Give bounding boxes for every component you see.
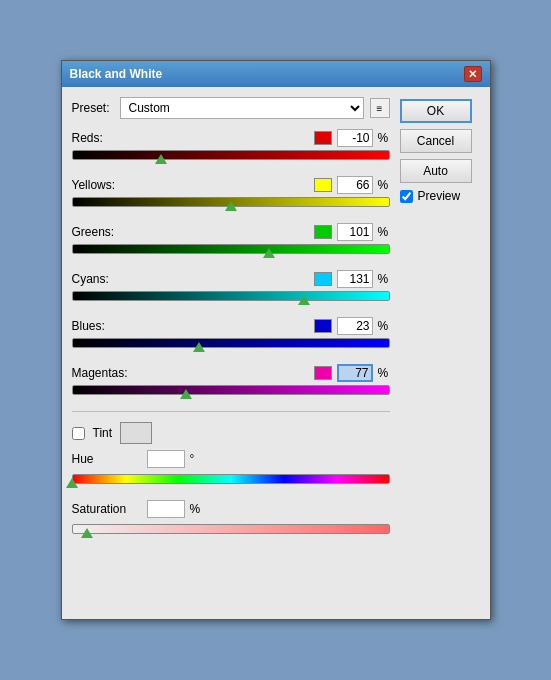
color-swatch-yellows[interactable] [314,178,332,192]
color-swatch-blues[interactable] [314,319,332,333]
slider-cyans[interactable] [72,291,390,309]
channel-value-reds[interactable] [337,129,373,147]
channel-row-magentas: Magentas:% [72,364,390,403]
channel-header-cyans: Cyans:% [72,270,390,288]
thumb-greens[interactable] [263,248,275,258]
color-swatch-greens[interactable] [314,225,332,239]
channel-label-blues: Blues: [72,319,309,333]
channel-value-yellows[interactable] [337,176,373,194]
hue-slider[interactable] [72,474,390,492]
color-swatch-magentas[interactable] [314,366,332,380]
channel-row-reds: Reds:% [72,129,390,168]
hue-row: Hue ° [72,450,390,468]
slider-magentas[interactable] [72,385,390,403]
channel-header-yellows: Yellows:% [72,176,390,194]
preset-row: Preset: Custom ≡ [72,97,390,119]
channel-header-greens: Greens:% [72,223,390,241]
channel-value-cyans[interactable] [337,270,373,288]
thumb-yellows[interactable] [225,201,237,211]
left-panel: Preset: Custom ≡ Reds:%Yellows:%Greens:%… [72,97,390,546]
channel-unit-greens: % [378,225,390,239]
channel-label-greens: Greens: [72,225,309,239]
saturation-slider[interactable] [72,524,390,542]
divider [72,411,390,412]
cancel-button[interactable]: Cancel [400,129,472,153]
dialog-body: Preset: Custom ≡ Reds:%Yellows:%Greens:%… [62,87,490,556]
saturation-unit: % [190,502,204,516]
preset-label: Preset: [72,101,114,115]
close-button[interactable]: ✕ [464,66,482,82]
channel-value-blues[interactable] [337,317,373,335]
hue-thumb[interactable] [66,478,78,488]
title-bar: Black and White ✕ [62,61,490,87]
preview-label: Preview [418,189,461,203]
slider-yellows[interactable] [72,197,390,215]
hue-input[interactable] [147,450,185,468]
saturation-track [72,524,390,534]
track-greens [72,244,390,254]
channel-row-cyans: Cyans:% [72,270,390,309]
dialog-title: Black and White [70,67,163,81]
thumb-blues[interactable] [193,342,205,352]
channel-label-yellows: Yellows: [72,178,309,192]
track-magentas [72,385,390,395]
color-swatch-cyans[interactable] [314,272,332,286]
channel-label-magentas: Magentas: [72,366,309,380]
channel-value-magentas[interactable] [337,364,373,382]
channel-row-blues: Blues:% [72,317,390,356]
channel-label-cyans: Cyans: [72,272,309,286]
ok-button[interactable]: OK [400,99,472,123]
saturation-input[interactable] [147,500,185,518]
tint-color-swatch[interactable] [120,422,152,444]
hue-track [72,474,390,484]
channels-container: Reds:%Yellows:%Greens:%Cyans:%Blues:%Mag… [72,129,390,403]
thumb-reds[interactable] [155,154,167,164]
channel-unit-blues: % [378,319,390,333]
channel-unit-magentas: % [378,366,390,380]
dialog: Black and White ✕ Preset: Custom ≡ Reds:… [61,60,491,620]
slider-greens[interactable] [72,244,390,262]
color-swatch-reds[interactable] [314,131,332,145]
preview-row: Preview [400,189,480,203]
thumb-magentas[interactable] [180,389,192,399]
preset-select[interactable]: Custom [120,97,364,119]
preview-checkbox[interactable] [400,190,413,203]
channel-value-greens[interactable] [337,223,373,241]
channel-unit-yellows: % [378,178,390,192]
track-reds [72,150,390,160]
slider-blues[interactable] [72,338,390,356]
channel-unit-reds: % [378,131,390,145]
channel-header-blues: Blues:% [72,317,390,335]
channel-row-greens: Greens:% [72,223,390,262]
channel-label-reds: Reds: [72,131,309,145]
channel-header-reds: Reds:% [72,129,390,147]
track-cyans [72,291,390,301]
tint-row: Tint [72,422,390,444]
thumb-cyans[interactable] [298,295,310,305]
tint-label: Tint [93,426,113,440]
hue-section: Hue ° Saturation % [72,450,390,542]
track-blues [72,338,390,348]
saturation-thumb[interactable] [81,528,93,538]
right-panel: OK Cancel Auto Preview [400,97,480,546]
preset-settings-icon[interactable]: ≡ [370,98,390,118]
channel-header-magentas: Magentas:% [72,364,390,382]
channel-unit-cyans: % [378,272,390,286]
saturation-row: Saturation % [72,500,390,518]
saturation-label: Saturation [72,502,142,516]
tint-checkbox[interactable] [72,427,85,440]
slider-reds[interactable] [72,150,390,168]
hue-unit: ° [190,452,204,466]
channel-row-yellows: Yellows:% [72,176,390,215]
auto-button[interactable]: Auto [400,159,472,183]
hue-label: Hue [72,452,142,466]
